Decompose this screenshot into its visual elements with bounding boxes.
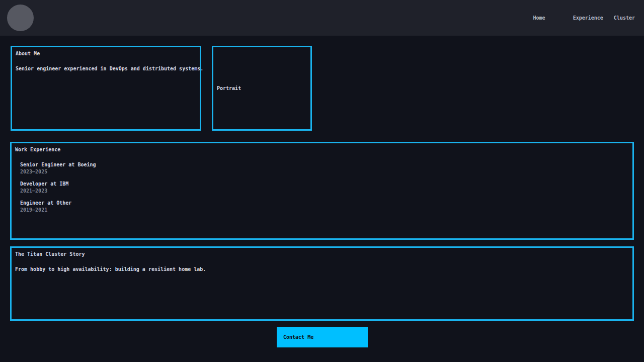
experience-entry: Senior Engineer at Boeing 2023–2025 xyxy=(20,162,629,174)
cluster-story-body: From hobby to high availability: buildin… xyxy=(15,266,629,272)
contact-button[interactable]: Contact Me xyxy=(277,327,368,347)
experience-list: Senior Engineer at Boeing 2023–2025 Deve… xyxy=(20,162,629,213)
nav-item-experience[interactable]: Experience xyxy=(573,15,603,21)
portrait-label: Portrait xyxy=(217,85,241,91)
about-title: About Me xyxy=(16,51,196,56)
avatar[interactable] xyxy=(7,5,34,31)
cluster-story-card: The Titan Cluster Story From hobby to hi… xyxy=(10,246,634,321)
cluster-story-title: The Titan Cluster Story xyxy=(15,251,629,257)
nav-item-cluster[interactable]: Cluster xyxy=(614,15,635,21)
navbar: Home Experience Cluster xyxy=(0,0,644,36)
experience-role: Developer at IBM xyxy=(20,181,629,187)
about-card: About Me Senior engineer experienced in … xyxy=(11,46,201,131)
nav-item-home[interactable]: Home xyxy=(533,15,545,21)
experience-entry: Engineer at Other 2019–2021 xyxy=(20,200,629,213)
experience-years: 2021–2023 xyxy=(20,188,629,194)
experience-years: 2019–2021 xyxy=(20,207,629,213)
experience-years: 2023–2025 xyxy=(20,169,629,174)
experience-role: Engineer at Other xyxy=(20,200,629,206)
experience-role: Senior Engineer at Boeing xyxy=(20,162,629,167)
work-experience-card: Work Experience Senior Engineer at Boein… xyxy=(10,142,634,240)
nav-menu: Home Experience Cluster xyxy=(533,0,635,36)
about-body: Senior engineer experienced in DevOps an… xyxy=(16,66,196,71)
work-experience-title: Work Experience xyxy=(15,147,629,152)
portrait-placeholder: Portrait xyxy=(212,46,312,131)
experience-entry: Developer at IBM 2021–2023 xyxy=(20,181,629,194)
